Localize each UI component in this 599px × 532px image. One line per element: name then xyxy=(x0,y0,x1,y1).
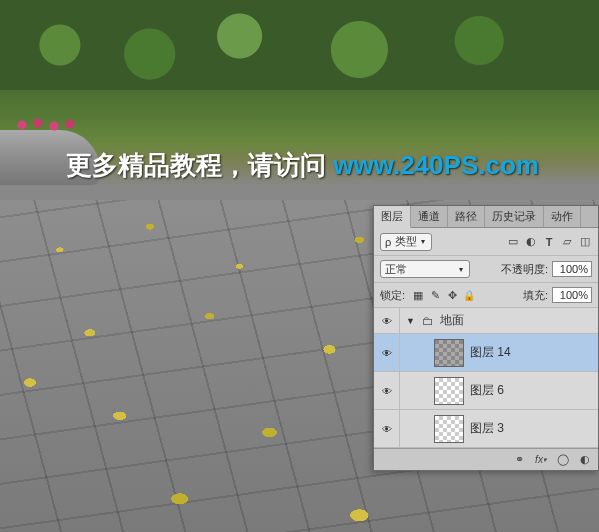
blend-mode-value: 正常 xyxy=(385,262,407,277)
lock-position-icon[interactable] xyxy=(445,288,459,302)
tab-history[interactable]: 历史记录 xyxy=(485,206,544,227)
filter-pixel-icon[interactable] xyxy=(506,235,520,249)
lock-image-icon[interactable] xyxy=(428,288,442,302)
eye-icon xyxy=(382,385,392,397)
tab-actions[interactable]: 动作 xyxy=(544,206,581,227)
filter-shape-icon[interactable] xyxy=(560,235,574,249)
fill-input[interactable]: 100% xyxy=(552,287,592,303)
eye-icon xyxy=(382,423,392,435)
eye-icon xyxy=(382,347,392,359)
visibility-toggle[interactable] xyxy=(374,308,400,333)
watermark-text: 更多精品教程，请访问 www.240PS.com xyxy=(66,148,539,183)
chevron-down-icon: ▾ xyxy=(459,265,463,274)
filter-text-icon[interactable] xyxy=(542,235,556,249)
blend-mode-dropdown[interactable]: 正常 ▾ xyxy=(380,260,470,278)
tab-paths[interactable]: 路径 xyxy=(448,206,485,227)
layer-name[interactable]: 图层 6 xyxy=(470,382,504,399)
visibility-toggle[interactable] xyxy=(374,334,400,371)
bushes-graphic xyxy=(0,0,599,90)
tab-layers[interactable]: 图层 xyxy=(374,206,411,228)
layer-name[interactable]: 图层 3 xyxy=(470,420,504,437)
layer-fx-icon[interactable]: fx▾ xyxy=(534,453,548,467)
filter-adjustment-icon[interactable] xyxy=(524,235,538,249)
layer-thumbnail[interactable] xyxy=(434,377,464,405)
blend-row: 正常 ▾ 不透明度: 100% xyxy=(374,256,598,283)
lock-all-icon[interactable] xyxy=(462,288,476,302)
layers-panel: 图层 通道 路径 历史记录 动作 ρ 类型 ▾ 正常 ▾ 不透明度: 100% … xyxy=(373,205,599,471)
panel-tabs: 图层 通道 路径 历史记录 动作 xyxy=(374,206,598,228)
layer-row[interactable]: 图层 14 xyxy=(374,334,598,372)
layer-row[interactable]: 图层 3 xyxy=(374,410,598,448)
filter-icon: ρ xyxy=(385,236,391,248)
layer-group-row[interactable]: ▼ 地面 xyxy=(374,308,598,334)
opacity-label: 不透明度: xyxy=(501,262,548,277)
filter-type-dropdown[interactable]: ρ 类型 ▾ xyxy=(380,233,432,251)
layer-row[interactable]: 图层 6 xyxy=(374,372,598,410)
opacity-input[interactable]: 100% xyxy=(552,261,592,277)
lock-row: 锁定: 填充: 100% xyxy=(374,283,598,308)
filter-type-label: 类型 xyxy=(395,234,417,249)
watermark-url: www.240PS.com xyxy=(333,150,539,180)
filter-smartobject-icon[interactable] xyxy=(578,235,592,249)
tab-channels[interactable]: 通道 xyxy=(411,206,448,227)
panel-footer: fx▾ xyxy=(374,448,598,470)
add-mask-icon[interactable] xyxy=(556,453,570,467)
new-adjustment-icon[interactable] xyxy=(578,453,592,467)
filter-row: ρ 类型 ▾ xyxy=(374,228,598,256)
visibility-toggle[interactable] xyxy=(374,410,400,447)
lock-label: 锁定: xyxy=(380,288,405,303)
layer-thumbnail[interactable] xyxy=(434,339,464,367)
group-twisty[interactable]: ▼ xyxy=(406,316,416,326)
layer-list: ▼ 地面 图层 14 图层 6 xyxy=(374,308,598,448)
layer-name[interactable]: 图层 14 xyxy=(470,344,511,361)
watermark-prefix: 更多精品教程，请访问 xyxy=(66,150,333,180)
group-name[interactable]: 地面 xyxy=(440,312,464,329)
eye-icon xyxy=(382,315,392,327)
chevron-down-icon: ▾ xyxy=(421,237,425,246)
visibility-toggle[interactable] xyxy=(374,372,400,409)
folder-icon xyxy=(422,314,434,328)
fill-label: 填充: xyxy=(523,288,548,303)
link-layers-icon[interactable] xyxy=(512,453,526,467)
lock-icons xyxy=(411,288,476,302)
flowers-graphic xyxy=(10,115,90,135)
lock-transparent-icon[interactable] xyxy=(411,288,425,302)
layer-thumbnail[interactable] xyxy=(434,415,464,443)
